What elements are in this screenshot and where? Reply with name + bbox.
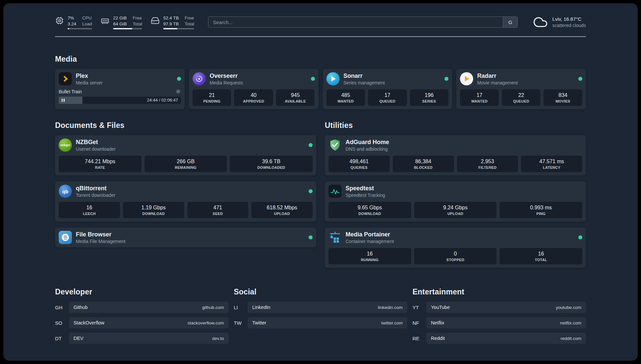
plex-text: Plex Media server bbox=[76, 72, 173, 85]
overseerr-card: Overseerr Media Requests 21 PENDING 40 A… bbox=[189, 69, 319, 109]
service-name: NZBGet bbox=[76, 138, 305, 146]
radarr-text: Radarr Movie management bbox=[477, 72, 574, 85]
search-input[interactable] bbox=[208, 17, 503, 27]
filebrowser-service-link[interactable]: File Browser Media File Management bbox=[59, 231, 313, 244]
social-section-title: Social bbox=[234, 288, 407, 296]
bookmark-abbr: RE bbox=[412, 336, 426, 341]
memory-total-label: Total bbox=[133, 21, 142, 27]
cpu-icon bbox=[55, 16, 64, 25]
adguard-stats: 498,461 QUERIES 86,384 BLOCKED 2,953 FIL… bbox=[328, 156, 582, 172]
overseerr-text: Overseerr Media Requests bbox=[210, 72, 307, 85]
bookmark-abbr: YT bbox=[412, 305, 426, 310]
bookmark-link-twitter[interactable]: Twitter twitter.com bbox=[248, 317, 407, 328]
qbittorrent-icon: qb bbox=[59, 185, 72, 198]
weather-widget: Lviv, 16.87°C scattered clouds bbox=[533, 15, 586, 30]
memory-free-value: 22 GiB bbox=[113, 15, 127, 21]
disk-free-label: Free bbox=[185, 15, 194, 21]
service-desc: Series management bbox=[344, 80, 441, 85]
search-provider-button[interactable]: G bbox=[503, 17, 517, 27]
cloud-icon bbox=[533, 15, 548, 30]
adguard-text: AdGuard Home DNS and adblocking bbox=[346, 138, 582, 152]
portainer-service-link[interactable]: Media Portainer Container management bbox=[328, 231, 582, 244]
stat-movies: 834 MOVIES bbox=[543, 89, 582, 106]
documents-section: Documents & Files nzbget NZBGet Usenet d… bbox=[55, 121, 316, 247]
stat-queued: 22 QUEUED bbox=[502, 89, 541, 106]
service-name: qBittorrent bbox=[76, 185, 305, 192]
nzbget-stats: 744.21 Mbps RATE 266 GB REMAINING 39.6 T… bbox=[59, 156, 313, 172]
gear-icon[interactable] bbox=[175, 89, 181, 94]
bookmark-link-linkedin[interactable]: LinkedIn linkedin.com bbox=[248, 302, 407, 313]
stat-upload: 9.24 Gbps UPLOAD bbox=[414, 202, 497, 218]
memory-free-label: Free bbox=[133, 15, 142, 21]
bookmark-link-dev[interactable]: DEV dev.to bbox=[69, 333, 229, 344]
portainer-stats: 16 RUNNING 0 STOPPED 16 TOTAL bbox=[328, 248, 582, 264]
bookmark-link-stackoverflow[interactable]: StackOverflow stackoverflow.com bbox=[69, 317, 229, 328]
nzbget-icon: nzbget bbox=[59, 138, 72, 152]
bookmark-abbr: NF bbox=[412, 320, 426, 326]
service-desc: Media File Management bbox=[76, 239, 305, 244]
stat-filtered: 2,953 FILTERED bbox=[457, 156, 518, 172]
weather-condition: scattered clouds bbox=[552, 23, 586, 28]
bookmark-row: LI LinkedIn linkedin.com bbox=[234, 302, 407, 313]
sonarr-stats: 485 WANTED 17 QUEUED 196 SERIES bbox=[326, 89, 449, 106]
sonarr-service-link[interactable]: Sonarr Series management bbox=[326, 72, 449, 85]
status-dot bbox=[309, 235, 313, 239]
portainer-card: Media Portainer Container management 16 … bbox=[325, 228, 586, 268]
disk-widget: 52.4 TB Free 97.9 TB Total bbox=[151, 15, 194, 29]
portainer-icon bbox=[328, 231, 342, 244]
entertainment-bookmarks-section: Entertainment YT YouTube youtube.com NF … bbox=[412, 288, 586, 348]
service-desc: Media server bbox=[76, 80, 173, 85]
portainer-text: Media Portainer Container management bbox=[346, 231, 574, 244]
service-desc: Media Requests bbox=[210, 80, 307, 85]
utilities-section-title: Utilities bbox=[325, 121, 586, 130]
qbittorrent-service-link[interactable]: qb qBittorrent Torrent downloader bbox=[59, 185, 313, 198]
bookmark-url: youtube.com bbox=[556, 305, 581, 310]
bookmark-url: reddit.com bbox=[561, 336, 581, 341]
stat-queued: 17 QUEUED bbox=[368, 89, 407, 106]
qbittorrent-stats: 16 LEECH 1.19 Gbps DOWNLOAD 471 SEED 6 bbox=[59, 202, 313, 218]
stat-available: 945 AVAILABLE bbox=[276, 89, 315, 106]
stat-queries: 498,461 QUERIES bbox=[328, 156, 390, 172]
adguard-service-link[interactable]: AdGuard Home DNS and adblocking bbox=[328, 138, 582, 152]
developer-bookmarks-section: Developer GH Github github.com SO StackO… bbox=[55, 288, 229, 348]
bookmark-row: DT DEV dev.to bbox=[55, 333, 229, 344]
overseerr-stats: 21 PENDING 40 APPROVED 945 AVAILABLE bbox=[193, 89, 315, 106]
filebrowser-card: File Browser Media File Management bbox=[55, 228, 316, 247]
documents-section-title: Documents & Files bbox=[55, 121, 316, 130]
sonarr-icon bbox=[326, 72, 340, 85]
bookmark-link-reddit[interactable]: Reddit reddit.com bbox=[426, 333, 586, 344]
bookmark-link-youtube[interactable]: YouTube youtube.com bbox=[426, 302, 586, 313]
nzbget-icon-text: nzbget bbox=[60, 143, 70, 147]
plex-icon bbox=[59, 72, 72, 85]
disk-widget-body: 52.4 TB Free 97.9 TB Total bbox=[163, 15, 194, 29]
disk-progress-bar bbox=[163, 28, 194, 29]
nzbget-service-link[interactable]: nzbget NZBGet Usenet downloader bbox=[59, 138, 313, 152]
topbar: 7% CPU 3.24 Load 22 GiB Free 64 GiB T bbox=[55, 3, 586, 37]
status-dot bbox=[177, 77, 181, 81]
search-bar: G bbox=[208, 16, 518, 28]
service-name: Radarr bbox=[477, 72, 574, 79]
stat-seed: 471 SEED bbox=[187, 202, 249, 218]
service-desc: Speedtest Tracking bbox=[346, 193, 582, 198]
nzbget-card: nzbget NZBGet Usenet downloader 744.21 M… bbox=[55, 135, 316, 175]
cpu-load-label: Load bbox=[82, 21, 92, 27]
bookmark-row: SO StackOverflow stackoverflow.com bbox=[55, 317, 229, 328]
adguard-card: AdGuard Home DNS and adblocking 498,461 … bbox=[325, 135, 586, 175]
stat-wanted: 17 WANTED bbox=[460, 89, 499, 106]
stat-running: 16 RUNNING bbox=[328, 248, 411, 264]
radarr-service-link[interactable]: Radarr Movie management bbox=[460, 72, 582, 85]
speedtest-service-link[interactable]: Speedtest Speedtest Tracking bbox=[328, 185, 582, 198]
overseerr-service-link[interactable]: Overseerr Media Requests bbox=[193, 72, 315, 85]
stat-rate: 744.21 Mbps RATE bbox=[59, 156, 141, 172]
disk-free-value: 52.4 TB bbox=[163, 15, 179, 21]
memory-widget: 22 GiB Free 64 GiB Total bbox=[101, 15, 142, 29]
radarr-card: Radarr Movie management 17 WANTED 22 QUE… bbox=[456, 69, 586, 109]
plex-service-link[interactable]: Plex Media server bbox=[59, 72, 181, 85]
bookmark-link-github[interactable]: Github github.com bbox=[69, 302, 229, 313]
bookmark-name: StackOverflow bbox=[74, 320, 104, 325]
bookmark-link-netflix[interactable]: Netflix netflix.com bbox=[426, 317, 586, 328]
sonarr-card: Sonarr Series management 485 WANTED 17 Q… bbox=[323, 69, 452, 109]
bookmark-url: github.com bbox=[202, 305, 224, 310]
stat-download: 9.65 Gbps DOWNLOAD bbox=[328, 202, 411, 218]
service-name: Speedtest bbox=[346, 185, 582, 192]
